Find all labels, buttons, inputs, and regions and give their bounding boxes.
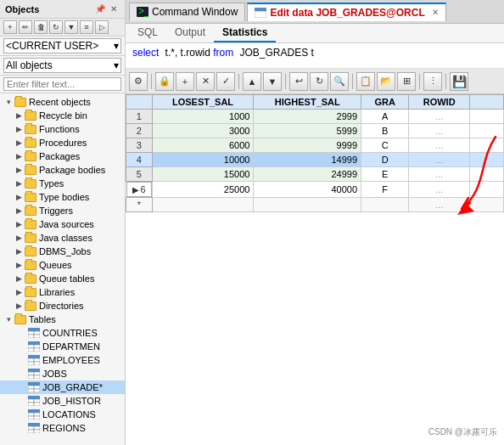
cell-new-3[interactable] [361,198,409,212]
tab-statistics[interactable]: Statistics [214,24,276,42]
tree-item-package-bodies[interactable]: ▶ Package bodies [0,163,125,177]
filter2-btn[interactable]: ⊞ [397,72,416,91]
tab-command-window[interactable]: >_ Command Window [129,3,245,21]
expand-pkg-bodies-icon[interactable]: ▶ [14,165,24,175]
col-settings-btn[interactable]: ⋮ [423,72,442,91]
cell-losest-5[interactable]: 15000 [152,167,254,182]
move-down-btn[interactable]: ▼ [263,72,282,91]
move-up-btn[interactable]: ▲ [243,72,261,91]
col-header-highest-sal[interactable]: HIGHEST_SAL [254,95,361,110]
cell-rowid-2[interactable]: ... [409,124,470,138]
current-user-dropdown[interactable]: <CURRENT USER> ▾ [3,38,121,54]
cell-new-2[interactable] [254,198,361,212]
cell-highest-5[interactable]: 24999 [254,167,361,182]
sql-editor[interactable]: select t.*, t.rowid from JOB_GRADES t [126,43,504,69]
more-btn[interactable]: ≡ [80,20,93,34]
tab-output[interactable]: Output [166,24,214,42]
tree-item-java-sources[interactable]: ▶ Java sources [0,217,125,231]
tree-item-job-grade[interactable]: JOB_GRADE* [0,380,125,394]
undo-btn[interactable]: ↩ [289,72,308,91]
cell-rowid-5[interactable]: ... [409,167,470,182]
cell-rowid-4[interactable]: ... [409,153,470,167]
edit-btn[interactable]: ✏ [19,20,32,34]
sort-btn[interactable]: ⚙ [129,72,148,91]
expand-java-cls-icon[interactable]: ▶ [14,233,24,243]
lock-btn[interactable]: 🔒 [155,72,174,91]
cell-losest-1[interactable]: 1000 [152,110,254,124]
close-sidebar-icon[interactable]: ✕ [108,3,120,15]
expand-functions-icon[interactable]: ▶ [14,124,24,134]
cell-rowid-3[interactable]: ... [409,138,470,153]
tab-sql[interactable]: SQL [129,24,166,42]
table-row[interactable]: 3 6000 9999 C ... [126,138,504,153]
search-btn[interactable]: 🔍 [330,72,349,91]
cell-highest-1[interactable]: 2999 [254,110,361,124]
expand-tables-icon[interactable]: ▾ [3,314,14,324]
expand-queue-tbl-icon[interactable]: ▶ [14,273,24,284]
refresh-data-btn[interactable]: ↻ [310,72,328,91]
tab-edit-data[interactable]: Edit data JOB_GRADES@ORCL ✕ [247,3,445,21]
tree-item-type-bodies[interactable]: ▶ Type bodies [0,190,125,204]
tree-item-java-classes[interactable]: ▶ Java classes [0,231,125,245]
col-header-gra[interactable]: GRA [361,95,409,110]
tree-item-departmen[interactable]: DEPARTMEN [0,340,125,353]
tree-item-types[interactable]: ▶ Types [0,177,125,190]
expand-packages-icon[interactable]: ▶ [14,151,24,161]
expand-libraries-icon[interactable]: ▶ [14,287,24,297]
tree-item-job-histor[interactable]: JOB_HISTOR [0,394,125,408]
table-row[interactable]: 5 15000 24999 E ... [126,167,504,182]
all-objects-dropdown[interactable]: All objects ▾ [3,58,121,73]
expand-triggers-icon[interactable]: ▶ [14,206,24,216]
expand-dbms-icon[interactable]: ▶ [14,246,24,256]
import-btn[interactable]: 📂 [377,72,395,91]
new-btn[interactable]: + [3,20,17,34]
tree-item-procedures[interactable]: ▶ Procedures [0,136,125,149]
expand-types-icon[interactable]: ▶ [14,178,24,189]
cell-losest-3[interactable]: 6000 [152,138,254,153]
cell-losest-2[interactable]: 3000 [152,124,254,138]
delete-btn[interactable]: 🗑 [34,20,48,34]
table-row[interactable]: ▶6 25000 40000 F ... [126,182,504,198]
filter-input[interactable] [3,77,121,91]
cell-new-1[interactable] [152,198,254,212]
tab-close-icon[interactable]: ✕ [432,8,439,17]
expand-type-bodies-icon[interactable]: ▶ [14,192,24,202]
delete-row-btn[interactable]: ✕ [196,72,215,91]
tree-item-directories[interactable]: ▶ Directories [0,299,125,313]
tree-item-tables[interactable]: ▾ Tables [0,313,125,326]
cell-rowid-1[interactable]: ... [409,110,470,124]
tree-item-queues[interactable]: ▶ Queues [0,258,125,272]
cell-losest-6[interactable]: 25000 [152,182,254,198]
expand-dirs-icon[interactable]: ▶ [14,301,24,311]
tree-item-dbms-jobs[interactable]: ▶ DBMS_Jobs [0,245,125,258]
cell-gra-1[interactable]: A [361,110,409,124]
cell-gra-6[interactable]: F [361,182,409,198]
col-header-rowid[interactable]: ROWID [409,95,470,110]
tree-item-countries[interactable]: COUNTRIES [0,326,125,340]
filter-btn[interactable]: ▼ [64,20,78,34]
tree-item-packages[interactable]: ▶ Packages [0,149,125,163]
new-row[interactable]: * ... [126,198,504,212]
tree-item-locations[interactable]: LOCATIONS [0,408,125,421]
tree-item-triggers[interactable]: ▶ Triggers [0,204,125,217]
check-btn[interactable]: ✓ [216,72,235,91]
tree-item-recycle[interactable]: ▶ Recycle bin [0,109,125,122]
table-row[interactable]: 2 3000 5999 B ... [126,124,504,138]
cell-highest-4[interactable]: 14999 [254,153,361,167]
cell-rowid-6[interactable]: ... [409,182,470,198]
tree-item-employees[interactable]: EMPLOYEES [0,353,125,367]
export-btn[interactable]: 📋 [356,72,375,91]
cell-gra-2[interactable]: B [361,124,409,138]
save-btn[interactable]: 💾 [450,72,468,91]
cell-losest-4[interactable]: 10000 [152,153,254,167]
cell-gra-3[interactable]: C [361,138,409,153]
expand-procedures-icon[interactable]: ▶ [14,138,24,148]
table-row-selected[interactable]: 4 10000 14999 D ... [126,153,504,167]
add-row-btn[interactable]: + [176,72,194,91]
cell-highest-6[interactable]: 40000 [254,182,361,198]
cell-gra-4[interactable]: D [361,153,409,167]
tree-item-jobs[interactable]: JOBS [0,367,125,380]
expand-queues-icon[interactable]: ▶ [14,260,24,270]
expand-java-src-icon[interactable]: ▶ [14,219,24,229]
pin-icon[interactable]: 📌 [94,3,106,15]
